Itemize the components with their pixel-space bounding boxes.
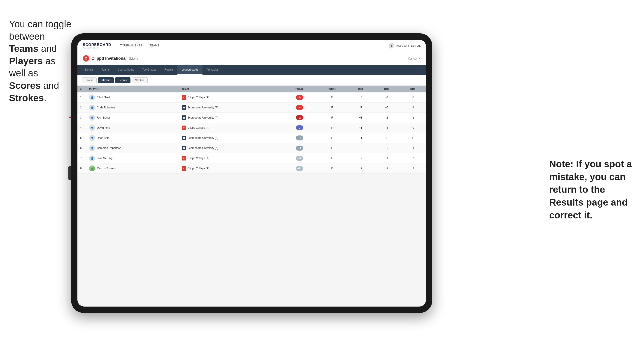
scores-bold: Scores <box>9 80 41 91</box>
player-name: 👤 Cameron Robertson <box>86 143 179 153</box>
table-row: 6 👤 Cameron Robertson ▦ Scoreboard Unive… <box>78 143 426 153</box>
player-rd2: +5 <box>374 103 400 113</box>
player-rank: 3 <box>78 113 86 123</box>
player-rd3: -5 <box>400 92 426 103</box>
player-team: C Clippd College [A] <box>179 92 282 103</box>
player-avatar: 👤 <box>89 94 95 100</box>
table-row: 8 🌿 Marcus Turners C Clippd College [A] … <box>78 164 426 173</box>
tournament-subtitle: (Men) <box>129 57 138 60</box>
nav-tournaments[interactable]: TOURNAMENTS <box>117 40 146 52</box>
player-rd3: E <box>400 133 426 143</box>
player-avatar: 👤 <box>89 135 95 141</box>
cancel-button[interactable]: Cancel ✕ <box>408 57 420 60</box>
player-name: 👤 Elliot Ebert <box>86 92 179 103</box>
player-name: 👤 Rich Butler <box>86 113 179 123</box>
tablet-screen: SCOREBOARD Powered by clippd TOURNAMENTS… <box>78 40 426 307</box>
player-team: ▦ Scoreboard University [A] <box>179 133 282 143</box>
player-rd1: +5 <box>348 143 374 153</box>
player-name: 👤 Rees Britt <box>86 133 179 143</box>
player-thru: F <box>316 92 348 103</box>
player-rd1: -5 <box>348 103 374 113</box>
player-rank: 4 <box>78 123 86 133</box>
tournament-logo: C <box>83 55 89 62</box>
player-rd3: +2 <box>400 164 426 173</box>
player-team: ▦ Scoreboard University [A] <box>179 103 282 113</box>
player-avatar: 👤 <box>89 155 95 161</box>
logo-area: SCOREBOARD Powered by clippd TOURNAMENTS… <box>83 40 163 52</box>
player-team: C Clippd College [A] <box>179 153 282 164</box>
tournament-name: Clippd Invitational <box>92 56 127 61</box>
player-total: -8 <box>282 92 317 103</box>
player-name: 👤 Chris Robertson <box>86 103 179 113</box>
player-rd1: +1 <box>348 133 374 143</box>
team-icon: C <box>182 156 186 161</box>
col-rank: # <box>78 86 86 92</box>
tab-details[interactable]: Details <box>81 65 98 75</box>
tablet-frame: SCOREBOARD Powered by clippd TOURNAMENTS… <box>71 33 432 313</box>
tournament-title: C Clippd Invitational (Men) <box>83 55 138 62</box>
player-total: -4 <box>282 103 317 113</box>
toggle-strokes[interactable]: Strokes <box>132 77 148 83</box>
player-rd3: +6 <box>400 153 426 164</box>
player-rank: 2 <box>78 103 86 113</box>
toggle-row: Teams Players Scores Strokes <box>78 75 426 86</box>
right-annotation: Note: If you spot a mistake, you can ret… <box>549 158 635 222</box>
player-rd2: +7 <box>374 164 400 173</box>
table-row: 1 👤 Elliot Ebert C Clippd College [A] -8… <box>78 92 426 103</box>
player-rd1: +1 <box>348 123 374 133</box>
player-total: -2 <box>282 113 317 123</box>
toggle-scores[interactable]: Scores <box>115 77 130 83</box>
player-rank: 1 <box>78 92 86 103</box>
player-rd2: E <box>374 133 400 143</box>
player-thru: F <box>316 123 348 133</box>
teams-bold: Teams <box>9 43 38 54</box>
cancel-text: Cancel <box>408 57 417 60</box>
tab-tee-groups[interactable]: Tee Groups <box>138 65 160 75</box>
user-icon: 👤 <box>389 43 394 48</box>
player-rd2: -4 <box>374 123 400 133</box>
player-thru: F <box>316 153 348 164</box>
table-header-row: # PLAYER TEAM TOTAL THRU RD1 RD2 RD3 <box>78 86 426 92</box>
player-name: 👤 David Ford <box>86 123 179 133</box>
player-avatar: 👤 <box>89 115 95 121</box>
team-icon: ▦ <box>182 146 186 150</box>
player-total: +1 <box>282 133 317 143</box>
player-avatar: 👤 <box>89 125 95 131</box>
nav-teams[interactable]: TEAMS <box>146 40 163 52</box>
sign-out-link[interactable]: Sign out <box>410 44 420 47</box>
player-total: +8 <box>282 153 317 164</box>
tab-results[interactable]: Results <box>160 65 178 75</box>
col-total: TOTAL <box>282 86 317 92</box>
player-total: +6 <box>282 143 317 153</box>
table-row: 4 👤 David Ford C Clippd College [A] E F … <box>78 123 426 133</box>
col-thru: THRU <box>316 86 348 92</box>
player-avatar: 👤 <box>89 105 95 110</box>
cancel-icon: ✕ <box>418 57 420 60</box>
player-rank: 8 <box>78 164 86 173</box>
table-row: 2 👤 Chris Robertson ▦ Scoreboard Univers… <box>78 103 426 113</box>
player-rd1: +3 <box>348 92 374 103</box>
player-team: ▦ Scoreboard University [A] <box>179 143 282 153</box>
tab-printables[interactable]: Printables <box>202 65 222 75</box>
tab-teams[interactable]: Teams <box>98 65 114 75</box>
tab-course-setup[interactable]: Course Setup <box>114 65 138 75</box>
note-label: Note: If you spot a mistake, you can ret… <box>549 159 632 220</box>
toggle-players[interactable]: Players <box>98 77 114 83</box>
player-total: E <box>282 123 317 133</box>
leaderboard-table-container: # PLAYER TEAM TOTAL THRU RD1 RD2 RD3 1 👤… <box>78 86 426 173</box>
player-rd1: +2 <box>348 153 374 164</box>
left-annotation: You can toggle between Teams and Players… <box>9 18 72 104</box>
col-team: TEAM <box>179 86 282 92</box>
player-avatar: 👤 <box>89 145 95 151</box>
leaderboard-table: # PLAYER TEAM TOTAL THRU RD1 RD2 RD3 1 👤… <box>78 86 426 173</box>
tab-navigation: Details Teams Course Setup Tee Groups Re… <box>78 65 426 75</box>
logo-main-text: SCOREBOARD <box>83 43 111 47</box>
player-total: +11 <box>282 164 317 173</box>
tab-leaderboards[interactable]: Leaderboards <box>178 65 202 75</box>
user-area: 👤 Test User | Sign out <box>389 43 420 48</box>
player-rd3: +3 <box>400 123 426 133</box>
player-rd3: -1 <box>400 113 426 123</box>
toggle-teams[interactable]: Teams <box>82 77 96 83</box>
player-thru: F <box>316 164 348 173</box>
player-rank: 7 <box>78 153 86 164</box>
